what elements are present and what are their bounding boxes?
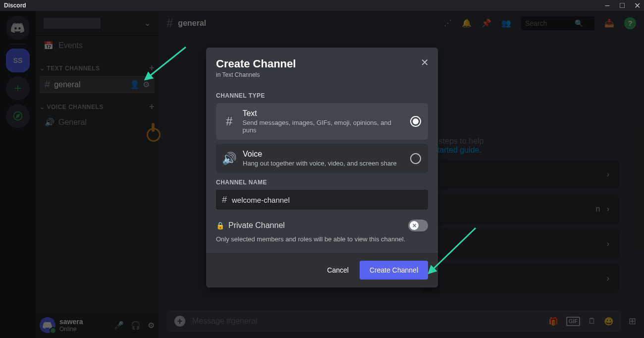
private-desc: Only selected members and roles will be …: [216, 235, 428, 243]
radio-unselected[interactable]: [410, 153, 421, 164]
svg-line-3: [432, 228, 476, 270]
channel-name-field[interactable]: #: [216, 190, 428, 210]
private-title: Private Channel: [228, 221, 285, 230]
annotation-arrow: [426, 223, 481, 278]
window-close[interactable]: ✕: [634, 2, 640, 8]
window-minimize[interactable]: –: [604, 2, 610, 8]
type-title: Text: [242, 109, 403, 118]
type-desc: Send messages, images, GIFs, emoji, opin…: [242, 119, 403, 134]
window-maximize[interactable]: □: [619, 2, 625, 8]
modal-subtitle: in Text Channels: [216, 71, 428, 78]
create-channel-modal: Create Channel in Text Channels ✕ CHANNE…: [206, 48, 438, 287]
create-channel-button[interactable]: Create Channel: [360, 261, 428, 280]
app-title: Discord: [4, 2, 26, 9]
channel-name-label: CHANNEL NAME: [216, 179, 428, 186]
channel-type-label: CHANNEL TYPE: [216, 92, 428, 99]
channel-type-voice[interactable]: 🔊 Voice Hang out together with voice, vi…: [216, 144, 428, 173]
private-toggle[interactable]: [408, 220, 428, 231]
channel-type-text[interactable]: # Text Send messages, images, GIFs, emoj…: [216, 103, 428, 140]
cancel-button[interactable]: Cancel: [325, 261, 351, 280]
annotation-arrow: [144, 45, 188, 84]
hash-icon: #: [223, 114, 235, 128]
close-icon[interactable]: ✕: [421, 56, 429, 68]
type-title: Voice: [243, 150, 397, 159]
radio-selected[interactable]: [410, 116, 421, 127]
hash-icon: #: [222, 195, 227, 205]
lock-icon: 🔒: [216, 222, 224, 229]
speaker-icon: 🔊: [223, 152, 236, 166]
titlebar: Discord – □ ✕: [0, 0, 644, 11]
modal-title: Create Channel: [216, 57, 428, 70]
svg-line-2: [149, 47, 186, 77]
type-desc: Hang out together with voice, video, and…: [243, 160, 397, 167]
channel-name-input[interactable]: [232, 196, 422, 204]
